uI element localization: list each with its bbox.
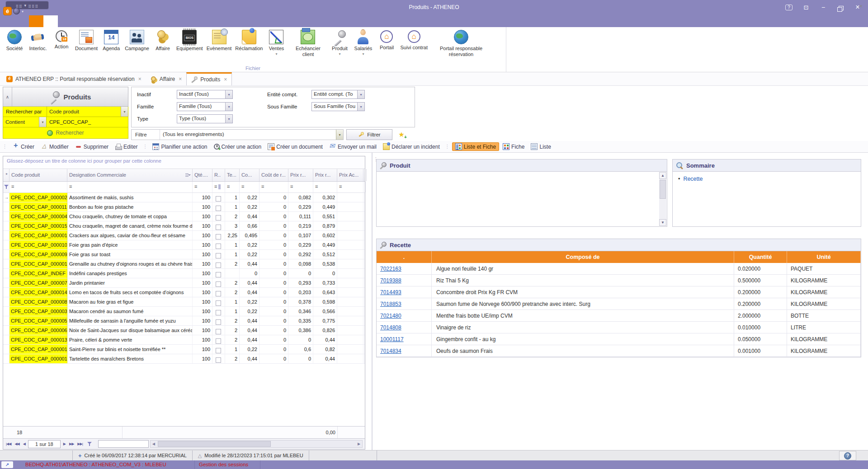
cell-qte[interactable]: 100 bbox=[193, 202, 212, 211]
ingredient-code-link[interactable]: 7022163 bbox=[380, 266, 401, 272]
scrollbar-thumb[interactable] bbox=[660, 180, 666, 199]
ribbon-item[interactable]: Affaire bbox=[151, 29, 175, 52]
toolbar-button[interactable]: Editer bbox=[112, 142, 140, 151]
cell-prix1[interactable]: 0 bbox=[288, 354, 313, 363]
cell-co[interactable]: 0,22 bbox=[240, 240, 259, 249]
ribbon-tab[interactable] bbox=[29, 15, 43, 27]
cell-prixac[interactable] bbox=[337, 212, 363, 221]
cell-co[interactable]: 0,22 bbox=[240, 307, 259, 316]
cell-prix2[interactable]: 0,551 bbox=[313, 212, 337, 221]
cell-te[interactable]: 1 bbox=[225, 202, 240, 211]
cell-prixac[interactable] bbox=[337, 202, 363, 211]
cell-prix2[interactable]: 0,302 bbox=[313, 193, 337, 202]
cell-code[interactable]: CPE_COC_CAP_0000012 bbox=[9, 231, 67, 240]
cell-prix2[interactable]: 0,449 bbox=[313, 202, 337, 211]
cell-prixac[interactable] bbox=[337, 335, 363, 344]
group-by-bar[interactable]: Glissez-déposez un titre de colonne ici … bbox=[3, 156, 365, 169]
close-icon[interactable]: × bbox=[179, 76, 182, 82]
checkbox[interactable] bbox=[216, 244, 221, 249]
cell-code[interactable]: CPE_COC_CAP_000003 bbox=[9, 307, 67, 316]
cell-qte[interactable]: 100 bbox=[193, 221, 212, 230]
cell-qte[interactable]: 100 bbox=[193, 354, 212, 363]
cell-designation[interactable]: Foie gras sur toast bbox=[67, 250, 193, 259]
cell-te[interactable]: 3 bbox=[225, 221, 240, 230]
ingredient-code-link[interactable]: 7014834 bbox=[380, 348, 401, 354]
scrollbar-thumb[interactable] bbox=[158, 441, 271, 447]
ingredient-code-link[interactable]: 7021480 bbox=[380, 313, 401, 319]
toolbar-button[interactable]: Planifier une action bbox=[150, 142, 210, 151]
cell-co[interactable]: 0,495 bbox=[240, 231, 259, 240]
cell-prix2[interactable]: 0,733 bbox=[313, 278, 337, 287]
cell-co[interactable]: 0,22 bbox=[240, 250, 259, 259]
cell-qte[interactable]: 100 bbox=[193, 212, 212, 221]
filter-cell[interactable]: = bbox=[9, 182, 67, 192]
cell-code[interactable]: CPE_COC_CAP_000011 bbox=[9, 202, 67, 211]
collapse-panel-icon[interactable] bbox=[3, 87, 12, 106]
table-row[interactable]: CPE_COC_CAP_000004 Chou craquelin, chutn… bbox=[3, 212, 365, 221]
window-help-button[interactable] bbox=[782, 2, 796, 13]
cell-r[interactable] bbox=[212, 288, 225, 297]
cell-te[interactable] bbox=[225, 269, 240, 278]
cell-r[interactable] bbox=[212, 221, 225, 230]
cell-code[interactable]: CPE_COC_CAP_000015 bbox=[9, 221, 67, 230]
toolbar-button[interactable]: Envoyer un mail bbox=[326, 142, 379, 151]
cell-designation[interactable]: Lomo en tacos de fruits secs et compotée… bbox=[67, 288, 193, 297]
pager-prev-page-icon[interactable] bbox=[13, 442, 21, 446]
cell-prix1[interactable]: 0,219 bbox=[288, 221, 313, 230]
cell-prix1[interactable]: 0 bbox=[288, 269, 313, 278]
status-session[interactable]: Gestion des sessions bbox=[199, 462, 248, 467]
cell-prixac[interactable] bbox=[337, 240, 363, 249]
pager-filter-icon[interactable] bbox=[87, 442, 92, 446]
table-row[interactable]: CPE_COC_CAP_000006 Noix de Saint-Jacques… bbox=[3, 326, 365, 335]
cell-prixac[interactable] bbox=[337, 326, 363, 335]
checkbox[interactable] bbox=[216, 225, 221, 230]
view-toggle-button[interactable]: Fiche bbox=[500, 142, 527, 151]
cell-prixac[interactable] bbox=[337, 316, 363, 325]
cell-prix1[interactable]: 0,335 bbox=[288, 316, 313, 325]
cell-prix1[interactable]: 0,292 bbox=[288, 250, 313, 259]
toolbar-button[interactable]: Supprimer bbox=[72, 142, 111, 151]
cell-r[interactable] bbox=[212, 240, 225, 249]
cell-r[interactable] bbox=[212, 278, 225, 287]
filter-select[interactable]: Sous Famille (Tou bbox=[311, 102, 365, 111]
toolbar-button[interactable]: Modifier bbox=[38, 142, 71, 151]
recette-row[interactable]: 7021480 Menthe frais botte UE/imp CVM 2.… bbox=[377, 310, 861, 322]
cell-te[interactable]: 1 bbox=[225, 345, 240, 354]
ribbon-item[interactable]: Portail responsable réservation bbox=[429, 29, 493, 57]
panel-splitter[interactable] bbox=[372, 153, 373, 450]
cell-r[interactable] bbox=[212, 354, 225, 363]
checkbox[interactable] bbox=[216, 253, 221, 258]
cell-prix2[interactable]: 0,826 bbox=[313, 326, 337, 335]
table-row[interactable]: CPE_COC_CAP_000009 Foie gras sur toast 1… bbox=[3, 250, 365, 259]
cell-prix1[interactable]: 0,346 bbox=[288, 307, 313, 316]
cell-code[interactable]: CPE_COC_CAP_000002 bbox=[9, 193, 67, 202]
cell-qte[interactable]: 100 bbox=[193, 326, 212, 335]
ribbon-item[interactable]: BIOS Equipement bbox=[175, 29, 205, 52]
filter-cell[interactable]: = bbox=[67, 182, 193, 192]
cell-te[interactable]: 2 bbox=[225, 316, 240, 325]
cell-designation[interactable]: Assortiment de makis, sushis bbox=[67, 193, 193, 202]
cell-designation[interactable]: Macaron au foie gras et figue bbox=[67, 297, 193, 306]
cell-te[interactable]: 2 bbox=[225, 326, 240, 335]
cell-prixac[interactable] bbox=[337, 269, 363, 278]
cell-designation[interactable]: Chou craquelin, magret de canard, crème … bbox=[67, 221, 193, 230]
cell-prixac[interactable] bbox=[337, 288, 363, 297]
cell-code[interactable]: CPE_COC_CAP_0000013 bbox=[9, 259, 67, 268]
column-header-prix1[interactable]: Prix r... bbox=[288, 169, 313, 181]
cell-prix1[interactable]: 0,293 bbox=[288, 278, 313, 287]
table-row[interactable]: CPE_COC_CAP_000015 Chou craquelin, magre… bbox=[3, 221, 365, 231]
ingredient-code-link[interactable]: 10001117 bbox=[380, 336, 404, 342]
cell-te[interactable]: 2 bbox=[225, 212, 240, 221]
cell-qte[interactable]: 100 bbox=[193, 269, 212, 278]
table-row[interactable]: CPE_COC_CAP_000003 Macaron cendré au sau… bbox=[3, 307, 365, 316]
cell-cout[interactable]: 0 bbox=[259, 354, 288, 363]
cell-designation[interactable]: Indéfini canapés prestiges bbox=[67, 269, 193, 278]
cell-cout[interactable]: 0 bbox=[259, 250, 288, 259]
cell-co[interactable]: 0,44 bbox=[240, 354, 259, 363]
column-header-cout[interactable]: Coût de r... bbox=[259, 169, 288, 181]
ingredient-code-link[interactable]: 7019388 bbox=[380, 277, 401, 284]
ribbon-item[interactable]: Evènement bbox=[205, 29, 234, 52]
table-row[interactable]: CPE_COC_CAP_000007 Jardin printanier 100… bbox=[3, 278, 365, 288]
cell-cout[interactable]: 0 bbox=[259, 221, 288, 230]
cell-prix2[interactable]: 0,879 bbox=[313, 221, 337, 230]
